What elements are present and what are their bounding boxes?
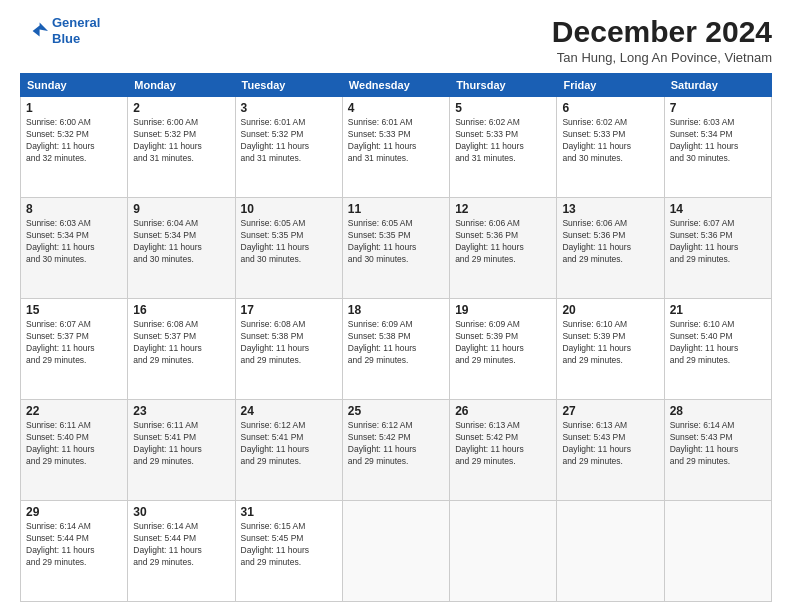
calendar-cell: 15Sunrise: 6:07 AM Sunset: 5:37 PM Dayli… xyxy=(21,299,128,400)
calendar-cell xyxy=(450,501,557,602)
day-info: Sunrise: 6:00 AM Sunset: 5:32 PM Dayligh… xyxy=(26,117,122,165)
day-info: Sunrise: 6:08 AM Sunset: 5:38 PM Dayligh… xyxy=(241,319,337,367)
calendar-cell: 19Sunrise: 6:09 AM Sunset: 5:39 PM Dayli… xyxy=(450,299,557,400)
calendar-cell: 8Sunrise: 6:03 AM Sunset: 5:34 PM Daylig… xyxy=(21,198,128,299)
logo-line1: General xyxy=(52,15,100,30)
calendar-cell: 24Sunrise: 6:12 AM Sunset: 5:41 PM Dayli… xyxy=(235,400,342,501)
calendar-cell: 2Sunrise: 6:00 AM Sunset: 5:32 PM Daylig… xyxy=(128,97,235,198)
day-number: 10 xyxy=(241,202,337,216)
day-number: 28 xyxy=(670,404,766,418)
day-number: 21 xyxy=(670,303,766,317)
day-number: 2 xyxy=(133,101,229,115)
day-info: Sunrise: 6:06 AM Sunset: 5:36 PM Dayligh… xyxy=(455,218,551,266)
day-number: 13 xyxy=(562,202,658,216)
day-info: Sunrise: 6:14 AM Sunset: 5:44 PM Dayligh… xyxy=(26,521,122,569)
calendar-cell: 30Sunrise: 6:14 AM Sunset: 5:44 PM Dayli… xyxy=(128,501,235,602)
calendar-cell: 17Sunrise: 6:08 AM Sunset: 5:38 PM Dayli… xyxy=(235,299,342,400)
calendar-cell xyxy=(664,501,771,602)
calendar-cell: 22Sunrise: 6:11 AM Sunset: 5:40 PM Dayli… xyxy=(21,400,128,501)
day-info: Sunrise: 6:07 AM Sunset: 5:36 PM Dayligh… xyxy=(670,218,766,266)
calendar-week-row: 8Sunrise: 6:03 AM Sunset: 5:34 PM Daylig… xyxy=(21,198,772,299)
day-info: Sunrise: 6:01 AM Sunset: 5:33 PM Dayligh… xyxy=(348,117,444,165)
calendar-cell: 31Sunrise: 6:15 AM Sunset: 5:45 PM Dayli… xyxy=(235,501,342,602)
day-info: Sunrise: 6:05 AM Sunset: 5:35 PM Dayligh… xyxy=(241,218,337,266)
day-info: Sunrise: 6:02 AM Sunset: 5:33 PM Dayligh… xyxy=(562,117,658,165)
day-number: 19 xyxy=(455,303,551,317)
day-number: 29 xyxy=(26,505,122,519)
calendar-day-header: Monday xyxy=(128,74,235,97)
day-info: Sunrise: 6:10 AM Sunset: 5:39 PM Dayligh… xyxy=(562,319,658,367)
logo: General Blue xyxy=(20,15,100,46)
day-info: Sunrise: 6:07 AM Sunset: 5:37 PM Dayligh… xyxy=(26,319,122,367)
calendar-day-header: Saturday xyxy=(664,74,771,97)
day-number: 16 xyxy=(133,303,229,317)
day-number: 27 xyxy=(562,404,658,418)
calendar-day-header: Wednesday xyxy=(342,74,449,97)
day-number: 3 xyxy=(241,101,337,115)
day-info: Sunrise: 6:03 AM Sunset: 5:34 PM Dayligh… xyxy=(670,117,766,165)
calendar-cell xyxy=(557,501,664,602)
title-block: December 2024 Tan Hung, Long An Povince,… xyxy=(552,15,772,65)
day-number: 7 xyxy=(670,101,766,115)
day-number: 9 xyxy=(133,202,229,216)
day-number: 15 xyxy=(26,303,122,317)
day-info: Sunrise: 6:13 AM Sunset: 5:42 PM Dayligh… xyxy=(455,420,551,468)
calendar-cell: 25Sunrise: 6:12 AM Sunset: 5:42 PM Dayli… xyxy=(342,400,449,501)
calendar-header-row: SundayMondayTuesdayWednesdayThursdayFrid… xyxy=(21,74,772,97)
day-number: 30 xyxy=(133,505,229,519)
calendar-cell: 4Sunrise: 6:01 AM Sunset: 5:33 PM Daylig… xyxy=(342,97,449,198)
logo-icon xyxy=(20,17,48,45)
day-info: Sunrise: 6:05 AM Sunset: 5:35 PM Dayligh… xyxy=(348,218,444,266)
calendar-week-row: 15Sunrise: 6:07 AM Sunset: 5:37 PM Dayli… xyxy=(21,299,772,400)
day-info: Sunrise: 6:00 AM Sunset: 5:32 PM Dayligh… xyxy=(133,117,229,165)
calendar-cell: 14Sunrise: 6:07 AM Sunset: 5:36 PM Dayli… xyxy=(664,198,771,299)
calendar-day-header: Friday xyxy=(557,74,664,97)
calendar-cell: 10Sunrise: 6:05 AM Sunset: 5:35 PM Dayli… xyxy=(235,198,342,299)
calendar-cell: 26Sunrise: 6:13 AM Sunset: 5:42 PM Dayli… xyxy=(450,400,557,501)
calendar-table: SundayMondayTuesdayWednesdayThursdayFrid… xyxy=(20,73,772,602)
svg-marker-0 xyxy=(33,22,48,36)
day-info: Sunrise: 6:15 AM Sunset: 5:45 PM Dayligh… xyxy=(241,521,337,569)
day-info: Sunrise: 6:14 AM Sunset: 5:43 PM Dayligh… xyxy=(670,420,766,468)
calendar-cell: 27Sunrise: 6:13 AM Sunset: 5:43 PM Dayli… xyxy=(557,400,664,501)
day-number: 12 xyxy=(455,202,551,216)
calendar-day-header: Thursday xyxy=(450,74,557,97)
calendar-cell: 18Sunrise: 6:09 AM Sunset: 5:38 PM Dayli… xyxy=(342,299,449,400)
calendar-cell: 12Sunrise: 6:06 AM Sunset: 5:36 PM Dayli… xyxy=(450,198,557,299)
day-info: Sunrise: 6:01 AM Sunset: 5:32 PM Dayligh… xyxy=(241,117,337,165)
calendar-cell: 16Sunrise: 6:08 AM Sunset: 5:37 PM Dayli… xyxy=(128,299,235,400)
day-info: Sunrise: 6:06 AM Sunset: 5:36 PM Dayligh… xyxy=(562,218,658,266)
day-number: 25 xyxy=(348,404,444,418)
day-info: Sunrise: 6:03 AM Sunset: 5:34 PM Dayligh… xyxy=(26,218,122,266)
calendar-cell: 29Sunrise: 6:14 AM Sunset: 5:44 PM Dayli… xyxy=(21,501,128,602)
day-number: 8 xyxy=(26,202,122,216)
main-title: December 2024 xyxy=(552,15,772,48)
day-number: 17 xyxy=(241,303,337,317)
calendar-cell: 28Sunrise: 6:14 AM Sunset: 5:43 PM Dayli… xyxy=(664,400,771,501)
day-number: 1 xyxy=(26,101,122,115)
day-info: Sunrise: 6:13 AM Sunset: 5:43 PM Dayligh… xyxy=(562,420,658,468)
day-number: 5 xyxy=(455,101,551,115)
day-number: 11 xyxy=(348,202,444,216)
calendar-cell: 7Sunrise: 6:03 AM Sunset: 5:34 PM Daylig… xyxy=(664,97,771,198)
calendar-cell: 13Sunrise: 6:06 AM Sunset: 5:36 PM Dayli… xyxy=(557,198,664,299)
day-number: 6 xyxy=(562,101,658,115)
day-info: Sunrise: 6:12 AM Sunset: 5:41 PM Dayligh… xyxy=(241,420,337,468)
day-number: 31 xyxy=(241,505,337,519)
day-info: Sunrise: 6:08 AM Sunset: 5:37 PM Dayligh… xyxy=(133,319,229,367)
calendar-week-row: 1Sunrise: 6:00 AM Sunset: 5:32 PM Daylig… xyxy=(21,97,772,198)
calendar-week-row: 29Sunrise: 6:14 AM Sunset: 5:44 PM Dayli… xyxy=(21,501,772,602)
day-number: 18 xyxy=(348,303,444,317)
day-number: 4 xyxy=(348,101,444,115)
calendar-cell: 21Sunrise: 6:10 AM Sunset: 5:40 PM Dayli… xyxy=(664,299,771,400)
day-info: Sunrise: 6:09 AM Sunset: 5:38 PM Dayligh… xyxy=(348,319,444,367)
day-number: 24 xyxy=(241,404,337,418)
day-info: Sunrise: 6:04 AM Sunset: 5:34 PM Dayligh… xyxy=(133,218,229,266)
day-number: 20 xyxy=(562,303,658,317)
day-info: Sunrise: 6:11 AM Sunset: 5:40 PM Dayligh… xyxy=(26,420,122,468)
day-info: Sunrise: 6:10 AM Sunset: 5:40 PM Dayligh… xyxy=(670,319,766,367)
calendar-cell: 23Sunrise: 6:11 AM Sunset: 5:41 PM Dayli… xyxy=(128,400,235,501)
day-info: Sunrise: 6:12 AM Sunset: 5:42 PM Dayligh… xyxy=(348,420,444,468)
calendar-cell: 9Sunrise: 6:04 AM Sunset: 5:34 PM Daylig… xyxy=(128,198,235,299)
day-number: 22 xyxy=(26,404,122,418)
